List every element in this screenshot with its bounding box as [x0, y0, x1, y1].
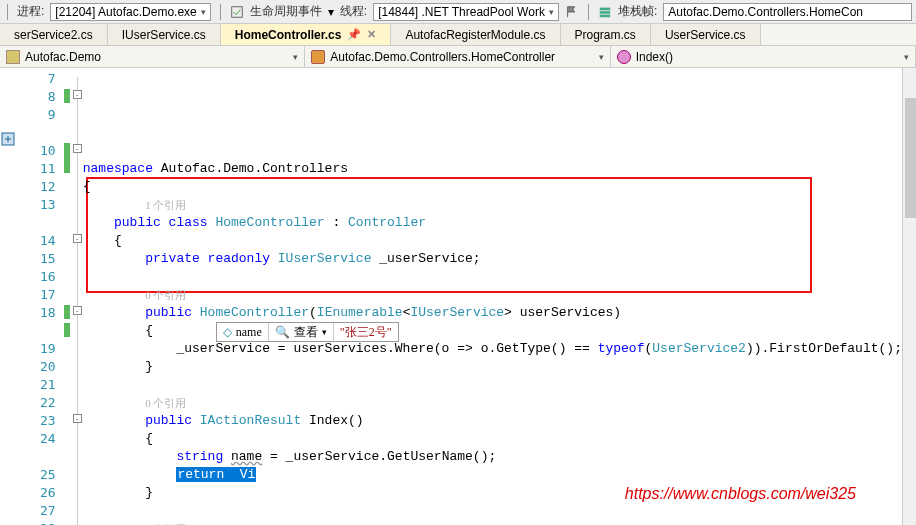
fold-toggle[interactable]: -: [73, 414, 82, 423]
code-navbar: Autofac.Demo▾ Autofac.Demo.Controllers.H…: [0, 46, 916, 68]
lifecycle-dropdown[interactable]: ▾: [328, 5, 334, 19]
svg-rect-3: [600, 14, 611, 17]
tab-autofacregistermodule[interactable]: AutofacRegisterModule.cs: [391, 24, 560, 45]
project-selector[interactable]: Autofac.Demo▾: [0, 46, 305, 67]
class-selector[interactable]: Autofac.Demo.Controllers.HomeController▾: [305, 46, 610, 67]
vertical-scrollbar[interactable]: [902, 68, 916, 525]
fold-toggle[interactable]: -: [73, 90, 82, 99]
lifecycle-label: 生命周期事件: [250, 3, 322, 20]
fold-column: - - - - -: [71, 68, 83, 525]
margin-indicator: [0, 68, 14, 525]
separator: [588, 4, 589, 20]
pin-icon[interactable]: 📌: [347, 28, 361, 41]
scrollbar-thumb[interactable]: [905, 98, 916, 218]
stack-icon[interactable]: [598, 5, 612, 19]
thread-label: 线程:: [340, 3, 367, 20]
separator: [220, 4, 221, 20]
class-icon: [311, 50, 325, 64]
tab-iuserservice[interactable]: IUserService.cs: [108, 24, 221, 45]
fold-toggle[interactable]: -: [73, 144, 82, 153]
separator: [7, 4, 8, 20]
tab-program[interactable]: Program.cs: [561, 24, 651, 45]
watermark: https://www.cnblogs.com/wei325: [625, 485, 856, 503]
tab-spacer: [761, 24, 916, 45]
process-selector[interactable]: [21204] Autofac.Demo.exe▾: [50, 3, 210, 21]
thread-selector[interactable]: [14844] .NET ThreadPool Work▾: [373, 3, 559, 21]
member-selector[interactable]: Index()▾: [611, 46, 916, 67]
debug-toolbar: 进程: [21204] Autofac.Demo.exe▾ 生命周期事件 ▾ 线…: [0, 0, 916, 24]
editor-tabs: serService2.cs IUserService.cs HomeContr…: [0, 24, 916, 46]
svg-rect-1: [600, 7, 611, 10]
fold-toggle[interactable]: -: [73, 306, 82, 315]
flag-icon[interactable]: [565, 5, 579, 19]
csharp-icon: [6, 50, 20, 64]
close-icon[interactable]: ✕: [367, 28, 376, 41]
code-area[interactable]: ◇name 🔍查看▾ "张三2号" namespace Autofac.Demo…: [83, 68, 902, 525]
process-label: 进程:: [17, 3, 44, 20]
tab-userservice[interactable]: UserService.cs: [651, 24, 761, 45]
tab-userservice2[interactable]: serService2.cs: [0, 24, 108, 45]
svg-rect-0: [232, 6, 243, 17]
tab-homecontroller[interactable]: HomeController.cs📌✕: [221, 24, 392, 45]
svg-rect-2: [600, 11, 611, 14]
fold-toggle[interactable]: -: [73, 234, 82, 243]
stackframe-selector[interactable]: Autofac.Demo.Controllers.HomeCon: [663, 3, 912, 21]
lifecycle-icon[interactable]: [230, 5, 244, 19]
toggle-icon[interactable]: [1, 132, 15, 146]
stackframe-label: 堆栈帧:: [618, 3, 657, 20]
method-icon: [617, 50, 631, 64]
code-editor[interactable]: 7891011121314151617181920212223242526272…: [0, 68, 916, 525]
change-marks: [64, 68, 71, 525]
line-numbers: 7891011121314151617181920212223242526272…: [14, 68, 64, 525]
